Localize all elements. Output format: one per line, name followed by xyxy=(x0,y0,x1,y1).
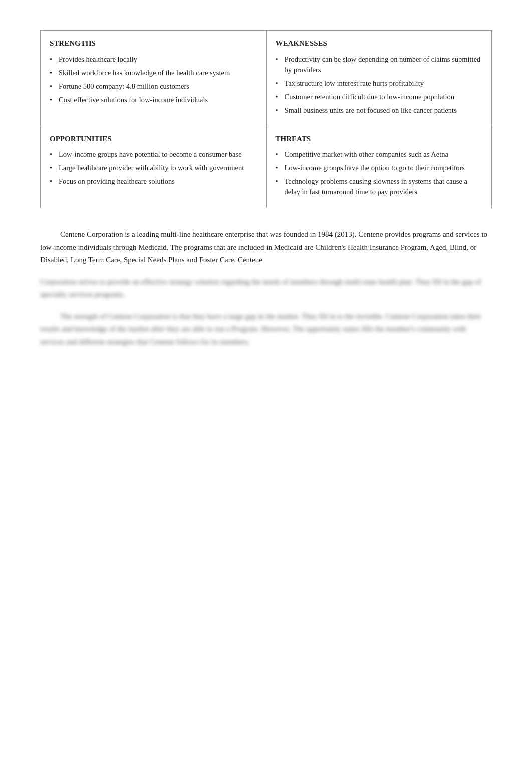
threats-title: THREATS xyxy=(276,133,483,145)
weaknesses-title: WEAKNESSES xyxy=(276,38,483,49)
weaknesses-cell: WEAKNESSES Productivity can be slow depe… xyxy=(266,31,492,126)
blurred-text-1: Corporation strives to provide an effect… xyxy=(40,276,492,301)
list-item: Customer retention difficult due to low-… xyxy=(276,92,483,102)
list-item: Large healthcare provider with ability t… xyxy=(50,163,257,173)
strengths-title: STRENGTHS xyxy=(50,38,257,49)
blurred-paragraph-1: Corporation strives to provide an effect… xyxy=(40,276,492,301)
list-item: Fortune 500 company: 4.8 million custome… xyxy=(50,81,257,92)
strengths-list: Provides healthcare locally Skilled work… xyxy=(50,54,257,105)
blurred-paragraph-2: The strength of Centene Corporation is t… xyxy=(40,310,492,349)
opportunities-list: Low-income groups have potential to beco… xyxy=(50,149,257,187)
threats-cell: THREATS Competitive market with other co… xyxy=(266,126,492,208)
list-item: Provides healthcare locally xyxy=(50,54,257,65)
list-item: Competitive market with other companies … xyxy=(276,149,483,160)
swot-table: STRENGTHS Provides healthcare locally Sk… xyxy=(40,30,492,208)
list-item: Small business units are not focused on … xyxy=(276,105,483,116)
blurred-text-2: The strength of Centene Corporation is t… xyxy=(40,310,492,349)
list-item: Low-income groups have the option to go … xyxy=(276,163,483,173)
body-paragraph-1: Centene Corporation is a leading multi-l… xyxy=(40,228,492,267)
list-item: Low-income groups have potential to beco… xyxy=(50,149,257,160)
list-item: Productivity can be slow depending on nu… xyxy=(276,54,483,75)
opportunities-cell: OPPORTUNITIES Low-income groups have pot… xyxy=(41,126,267,208)
list-item: Focus on providing healthcare solutions xyxy=(50,176,257,187)
strengths-cell: STRENGTHS Provides healthcare locally Sk… xyxy=(41,31,267,126)
threats-list: Competitive market with other companies … xyxy=(276,149,483,198)
list-item: Tax structure low interest rate hurts pr… xyxy=(276,78,483,89)
list-item: Technology problems causing slowness in … xyxy=(276,176,483,198)
list-item: Cost effective solutions for low-income … xyxy=(50,95,257,105)
list-item: Skilled workforce has knowledge of the h… xyxy=(50,68,257,78)
opportunities-title: OPPORTUNITIES xyxy=(50,133,257,145)
weaknesses-list: Productivity can be slow depending on nu… xyxy=(276,54,483,116)
